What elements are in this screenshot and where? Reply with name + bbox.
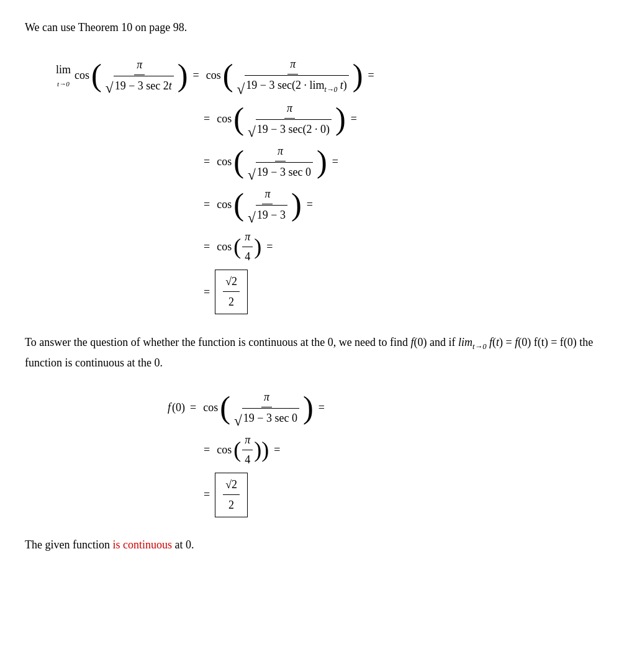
f0-row-2: = cos ( π 4 )) = bbox=[199, 431, 594, 469]
lim-subscript: t→0 bbox=[57, 79, 70, 90]
big-paren-right-4: ) bbox=[317, 148, 327, 175]
eq-f0-4: = bbox=[274, 441, 280, 459]
eq-f0-3: = bbox=[204, 441, 210, 459]
eq-f0-1: = bbox=[190, 399, 196, 417]
math-row-2: = cos ( π √ 19 − 3 sec(2 · 0) ) = bbox=[199, 99, 594, 138]
eq-9: = bbox=[204, 238, 210, 256]
big-paren-f0-left-1: ( bbox=[220, 394, 230, 421]
frac-1: π √ 19 − 3 sec 2t bbox=[103, 56, 176, 95]
math-row-6: = √2 2 bbox=[199, 270, 594, 315]
f0-computation: f(0) = cos ( π √ 19 − 3 sec 0 ) = = cos … bbox=[25, 388, 594, 517]
med-paren-f0-right: )) bbox=[254, 440, 269, 460]
frac-4: π √ 19 − 3 sec 0 bbox=[245, 142, 315, 181]
lim-word: lim bbox=[56, 61, 71, 79]
final-paragraph: The given function is continuous at 0. bbox=[25, 536, 594, 554]
frac-6: π 4 bbox=[242, 228, 253, 266]
big-paren-right-2: ) bbox=[353, 62, 363, 89]
eq-f0-2: = bbox=[319, 399, 325, 417]
eq-2: = bbox=[368, 66, 374, 84]
intro-text: We can use Theorem 10 on page 98. bbox=[25, 19, 594, 37]
big-paren-left-5: ( bbox=[233, 191, 244, 218]
big-paren-right-1: ) bbox=[178, 62, 188, 89]
math-row-3: = cos ( π √ 19 − 3 sec 0 ) = bbox=[199, 142, 594, 181]
math-row-1: lim t→0 cos ( π √ 19 − 3 sec 2t ) = cos … bbox=[56, 55, 594, 96]
eq-7: = bbox=[204, 196, 210, 214]
math-row-4: = cos ( π √ 19 − 3 ) = bbox=[199, 185, 594, 224]
med-paren-right-1: ) bbox=[254, 237, 261, 257]
med-paren-f0-left: ( bbox=[233, 440, 241, 460]
frac-3: π √ 19 − 3 sec(2 · 0) bbox=[245, 99, 334, 138]
f0-inline: f bbox=[411, 336, 414, 348]
cos-label-5: cos bbox=[217, 196, 232, 214]
conclusion-paragraph: To answer the question of whether the fu… bbox=[25, 333, 594, 373]
f0-row-1: f(0) = cos ( π √ 19 − 3 sec 0 ) = bbox=[168, 388, 594, 427]
eq-1: = bbox=[193, 66, 199, 84]
cos-label-6: cos bbox=[217, 238, 232, 256]
big-paren-left-3: ( bbox=[233, 106, 244, 132]
eq-5: = bbox=[204, 153, 210, 171]
eq-10: = bbox=[266, 238, 273, 256]
big-paren-left-1: ( bbox=[91, 62, 102, 89]
eq-4: = bbox=[351, 110, 357, 128]
eq-f0-5: = bbox=[204, 486, 210, 504]
cos-label-f0-2: cos bbox=[217, 441, 232, 459]
frac-2: π √ 19 − 3 sec(2 · limt→0 t) bbox=[235, 55, 351, 96]
frac-f0-2: π 4 bbox=[242, 431, 253, 469]
boxed-result-2: √2 2 bbox=[215, 473, 248, 518]
boxed-result-1: √2 2 bbox=[215, 270, 248, 315]
eq-11: = bbox=[204, 283, 210, 301]
math-row-5: = cos ( π 4 ) = bbox=[199, 228, 594, 266]
big-paren-right-5: ) bbox=[291, 191, 302, 218]
frac-f0-1: π √ 19 − 3 sec 0 bbox=[232, 388, 302, 427]
f0-label: f bbox=[168, 399, 171, 417]
lim-operator: lim t→0 bbox=[56, 61, 71, 90]
cos-label-3: cos bbox=[217, 110, 232, 128]
continuous-highlight: is continuous bbox=[112, 538, 172, 551]
cos-label-4: cos bbox=[217, 153, 232, 171]
big-paren-right-3: ) bbox=[335, 106, 346, 132]
lim-inline-text: lim bbox=[458, 336, 472, 348]
med-paren-left-1: ( bbox=[233, 237, 241, 257]
eq-8: = bbox=[307, 196, 313, 214]
f0-row-3: = √2 2 bbox=[199, 473, 594, 518]
big-paren-left-4: ( bbox=[233, 148, 244, 175]
frac-5: π √ 19 − 3 bbox=[245, 185, 290, 224]
cos-label-1: cos bbox=[75, 66, 89, 84]
eq-3: = bbox=[204, 110, 210, 128]
eq-6: = bbox=[332, 153, 338, 171]
main-computation: lim t→0 cos ( π √ 19 − 3 sec 2t ) = cos … bbox=[25, 55, 594, 314]
big-paren-f0-right-1: ) bbox=[303, 394, 314, 421]
cos-label-2: cos bbox=[206, 66, 221, 84]
cos-label-f0-1: cos bbox=[203, 399, 218, 417]
big-paren-left-2: ( bbox=[223, 62, 233, 89]
